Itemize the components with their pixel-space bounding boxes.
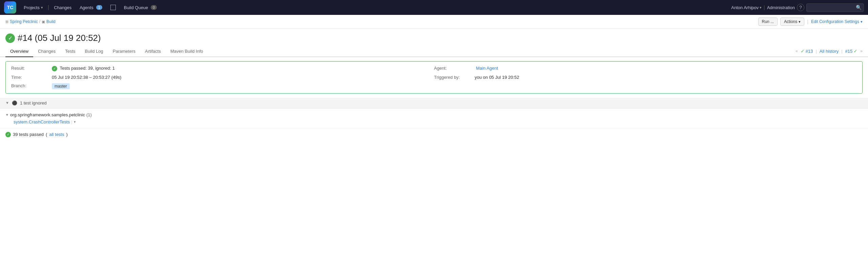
breadcrumb-build-link[interactable]: Build bbox=[46, 19, 56, 24]
actions-button[interactable]: Actions ▾ bbox=[780, 18, 804, 26]
test-package-row: ▼ org.springframework.samples.petclinic … bbox=[5, 111, 863, 118]
passed-tests-row: ✓ 39 tests passed ( all tests ) bbox=[5, 130, 863, 139]
test-class-row: system.CrashControllerTests | ▾ bbox=[5, 118, 863, 125]
next-build-link[interactable]: #15 bbox=[845, 49, 853, 54]
prev-build-link[interactable]: #13 bbox=[806, 49, 813, 54]
test-package-name: org.springframework.samples.petclinic bbox=[10, 112, 85, 117]
build-icon: ▣ bbox=[42, 20, 45, 24]
edit-config-button[interactable]: Edit Configuration Settings ▾ bbox=[811, 19, 863, 24]
nav-user[interactable]: Anton Arhipov ▾ bbox=[731, 5, 762, 10]
result-check-icon: ✓ bbox=[52, 66, 57, 71]
test-tree: ▼ org.springframework.samples.petclinic … bbox=[0, 109, 868, 128]
nav-sep-1: | bbox=[48, 4, 49, 10]
next-build-nav: #15 ✓ bbox=[845, 48, 858, 54]
class-dropdown-icon[interactable]: ▾ bbox=[74, 120, 76, 124]
teamcity-logo: TC bbox=[4, 1, 16, 14]
agent-value: Main Agent bbox=[475, 66, 857, 71]
nav-administration[interactable]: Administration bbox=[767, 5, 795, 10]
breadcrumb-separator: / bbox=[39, 19, 40, 24]
info-panel: Result: ✓ Tests passed: 39, ignored: 1 A… bbox=[5, 61, 863, 94]
build-nav-sep-1: | bbox=[816, 49, 817, 54]
breadcrumb: ⊞ Spring Petclinic / ▣ Build bbox=[5, 19, 56, 24]
project-grid-icon: ⊞ bbox=[5, 20, 8, 24]
agent-label: Agent: bbox=[434, 66, 475, 71]
prev-prev-arrow[interactable]: « bbox=[796, 49, 798, 53]
tab-build-log[interactable]: Build Log bbox=[80, 46, 108, 57]
nav-projects[interactable]: Projects ▾ bbox=[20, 3, 46, 12]
chevron-down-icon: ▾ bbox=[41, 5, 43, 10]
nav-build-queue[interactable]: Build Queue 0 bbox=[121, 3, 161, 12]
breadcrumb-project-link[interactable]: Spring Petclinic bbox=[10, 19, 38, 24]
result-label: Result: bbox=[11, 66, 52, 71]
tabs-list: Overview Changes Tests Build Log Paramet… bbox=[5, 46, 208, 56]
package-chevron-icon[interactable]: ▼ bbox=[5, 113, 9, 117]
agent-link[interactable]: Main Agent bbox=[476, 66, 498, 71]
nav-changes[interactable]: Changes bbox=[50, 3, 75, 12]
agents-count-badge: 1 bbox=[96, 5, 102, 10]
actions-chevron-icon: ▾ bbox=[799, 20, 801, 24]
passed-count-text: 39 tests passed bbox=[13, 132, 44, 137]
triggered-value: you on 05 Jul 19 20:52 bbox=[475, 75, 857, 80]
ignored-chevron-icon: ▼ bbox=[5, 101, 9, 105]
tab-overview[interactable]: Overview bbox=[5, 46, 33, 57]
nav-help-button[interactable]: ? bbox=[797, 4, 804, 11]
all-tests-link[interactable]: all tests bbox=[49, 132, 64, 137]
build-success-icon: ✓ bbox=[5, 33, 15, 43]
user-chevron-icon: ▾ bbox=[760, 5, 762, 10]
tab-maven-build-info[interactable]: Maven Build Info bbox=[166, 46, 208, 57]
build-queue-count-badge: 0 bbox=[151, 5, 157, 10]
tab-artifacts[interactable]: Artifacts bbox=[140, 46, 166, 57]
time-value: 05 Jul 19 20:52:38 – 20:53:27 (49s) bbox=[52, 75, 434, 80]
time-label: Time: bbox=[11, 75, 52, 80]
prev-build-check-icon: ✓ bbox=[801, 48, 805, 54]
nav-right: Anton Arhipov ▾ | Administration ? 🔍 bbox=[731, 3, 864, 12]
nav-search-input[interactable] bbox=[806, 3, 864, 12]
test-package-count: (1) bbox=[86, 112, 92, 117]
branch-value: master bbox=[52, 83, 434, 89]
passed-check-icon: ✓ bbox=[5, 132, 11, 137]
tab-changes[interactable]: Changes bbox=[33, 46, 60, 57]
build-navigation: « ✓ #13 | All history | #15 ✓ » bbox=[796, 48, 863, 56]
result-value: ✓ Tests passed: 39, ignored: 1 bbox=[52, 66, 434, 71]
passed-section: ✓ 39 tests passed ( all tests ) bbox=[0, 128, 868, 142]
run-button[interactable]: Run ... bbox=[758, 18, 778, 26]
tab-tests[interactable]: Tests bbox=[60, 46, 80, 57]
all-history-link[interactable]: All history bbox=[820, 49, 839, 54]
build-title: ✓ #14 (05 Jul 19 20:52) bbox=[5, 33, 863, 43]
info-grid: Result: ✓ Tests passed: 39, ignored: 1 A… bbox=[11, 66, 857, 89]
ignored-section-label: 1 test ignored bbox=[20, 100, 47, 106]
prev-build-nav: ✓ #13 bbox=[801, 48, 813, 54]
nav-user-sep: | bbox=[764, 5, 765, 10]
build-title-text: #14 (05 Jul 19 20:52) bbox=[18, 33, 101, 43]
nav-build-queue-icon[interactable] bbox=[107, 3, 119, 12]
next-build-check-icon: ✓ bbox=[853, 48, 858, 54]
nav-agents[interactable]: Agents 1 bbox=[76, 3, 106, 12]
breadcrumb-bar: ⊞ Spring Petclinic / ▣ Build Run ... Act… bbox=[0, 15, 868, 29]
edit-chevron-icon: ▾ bbox=[861, 20, 863, 24]
breadcrumb-actions: Run ... Actions ▾ | Edit Configuration S… bbox=[758, 18, 863, 26]
queue-box-icon bbox=[110, 5, 116, 10]
top-navigation: TC Projects ▾ | Changes Agents 1 Build Q… bbox=[0, 0, 868, 15]
branch-badge: master bbox=[52, 83, 70, 89]
branch-label: Branch: bbox=[11, 83, 52, 88]
build-title-area: ✓ #14 (05 Jul 19 20:52) bbox=[0, 29, 868, 46]
pipe-icon: | bbox=[71, 119, 72, 124]
tabs-bar: Overview Changes Tests Build Log Paramet… bbox=[0, 46, 868, 57]
triggered-label: Triggered by: bbox=[434, 75, 475, 80]
warning-icon: ⚫ bbox=[12, 100, 17, 106]
test-class-link[interactable]: system.CrashControllerTests bbox=[14, 119, 70, 124]
tab-parameters[interactable]: Parameters bbox=[108, 46, 140, 57]
test-ignored-section-header[interactable]: ▼ ⚫ 1 test ignored bbox=[0, 98, 868, 109]
build-nav-sep-2: | bbox=[841, 49, 842, 54]
toolbar-separator: | bbox=[807, 19, 808, 24]
nav-search-wrap: 🔍 bbox=[806, 3, 864, 12]
next-next-arrow[interactable]: » bbox=[860, 49, 863, 53]
